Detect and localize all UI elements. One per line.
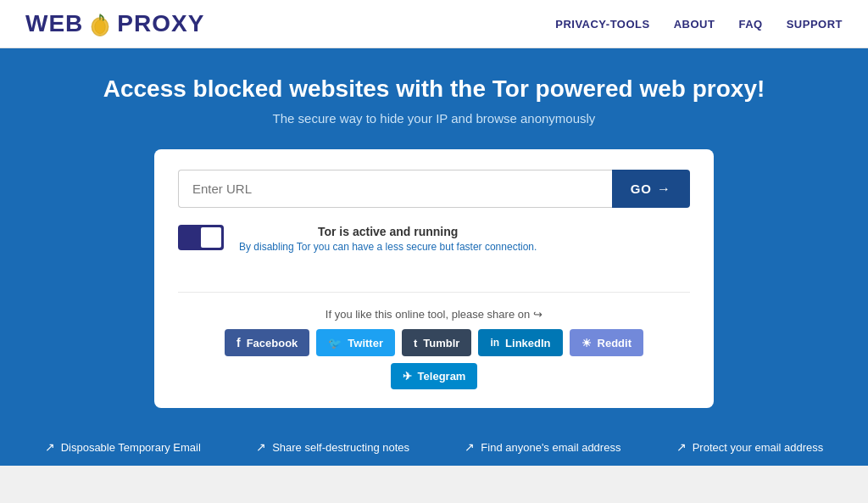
logo-onion-icon xyxy=(86,10,114,37)
header: WEB PROXY PRIVACY-TOOLS ABOUT FAQ SUPPOR… xyxy=(0,0,868,48)
tor-row: Tor is active and running By disabling T… xyxy=(178,225,690,293)
hero-subheadline: The secure way to hide your IP and brows… xyxy=(17,111,851,126)
twitter-button[interactable]: 🐦 Twitter xyxy=(316,329,395,356)
telegram-button[interactable]: ✈ Telegram xyxy=(391,363,478,389)
facebook-icon: f xyxy=(236,336,241,349)
reddit-icon: ☀ xyxy=(581,337,592,349)
footer-self-destructing-label: Share self-destructing notes xyxy=(272,441,409,454)
linkedin-label: LinkedIn xyxy=(505,337,550,349)
external-link-icon-4: ↗︎ xyxy=(676,440,687,454)
go-label: GO xyxy=(631,182,652,196)
hero-headline: Access blocked websites with the Tor pow… xyxy=(17,75,851,103)
nav-about[interactable]: ABOUT xyxy=(674,18,715,31)
external-link-icon-3: ↗︎ xyxy=(465,440,475,454)
share-arrow-icon: ↪ xyxy=(533,308,542,321)
url-input[interactable] xyxy=(178,170,612,208)
facebook-button[interactable]: f Facebook xyxy=(225,329,309,356)
linkedin-button[interactable]: in LinkedIn xyxy=(478,329,562,356)
footer-self-destructing[interactable]: ↗︎ Share self-destructing notes xyxy=(256,440,409,454)
logo-proxy-text: PROXY xyxy=(117,10,204,37)
tumblr-label: Tumblr xyxy=(423,337,459,349)
footer-disposable-email[interactable]: ↗︎ Disposable Temporary Email xyxy=(45,440,201,454)
url-row: GO → xyxy=(178,170,690,208)
tor-toggle[interactable] xyxy=(178,225,224,250)
tor-info: Tor is active and running By disabling T… xyxy=(239,225,537,277)
footer-disposable-email-label: Disposable Temporary Email xyxy=(61,441,201,454)
tumblr-icon: t xyxy=(414,337,417,349)
go-arrow: → xyxy=(657,182,671,197)
tor-title: Tor is active and running xyxy=(239,225,537,238)
nav-faq[interactable]: FAQ xyxy=(738,18,762,31)
go-button[interactable]: GO → xyxy=(612,170,690,208)
external-link-icon-2: ↗︎ xyxy=(256,440,266,454)
reddit-label: Reddit xyxy=(598,337,632,349)
linkedin-icon: in xyxy=(490,337,499,349)
nav-privacy-tools[interactable]: PRIVACY-TOOLS xyxy=(555,18,649,31)
proxy-card: GO → Tor is active and running By disabl… xyxy=(154,149,714,408)
footer-protect-email[interactable]: ↗︎ Protect your email address xyxy=(676,440,824,454)
external-link-icon-1: ↗︎ xyxy=(45,440,55,454)
main-nav: PRIVACY-TOOLS ABOUT FAQ SUPPORT xyxy=(555,18,843,31)
twitter-label: Twitter xyxy=(348,337,383,349)
tumblr-button[interactable]: t Tumblr xyxy=(402,329,471,356)
share-text: If you like this online tool, please sha… xyxy=(178,308,690,321)
hero-section: Access blocked websites with the Tor pow… xyxy=(0,48,868,428)
footer-find-email[interactable]: ↗︎ Find anyone's email address xyxy=(465,440,620,454)
toggle-knob xyxy=(201,227,221,248)
footer-bar: ↗︎ Disposable Temporary Email ↗︎ Share s… xyxy=(0,428,868,466)
social-buttons: f Facebook 🐦 Twitter t Tumblr in LinkedI… xyxy=(178,329,690,389)
footer-protect-email-label: Protect your email address xyxy=(693,441,824,454)
telegram-icon: ✈ xyxy=(403,370,412,383)
footer-find-email-label: Find anyone's email address xyxy=(481,441,620,454)
tor-subtitle: By disabling Tor you can have a less sec… xyxy=(239,241,537,253)
facebook-label: Facebook xyxy=(247,337,298,349)
twitter-icon: 🐦 xyxy=(328,337,342,349)
logo-web-text: WEB xyxy=(25,10,83,37)
reddit-button[interactable]: ☀ Reddit xyxy=(570,329,643,356)
telegram-label: Telegram xyxy=(418,370,466,383)
share-row: If you like this online tool, please sha… xyxy=(178,308,690,389)
logo: WEB PROXY xyxy=(25,10,204,37)
nav-support[interactable]: SUPPORT xyxy=(787,18,843,31)
